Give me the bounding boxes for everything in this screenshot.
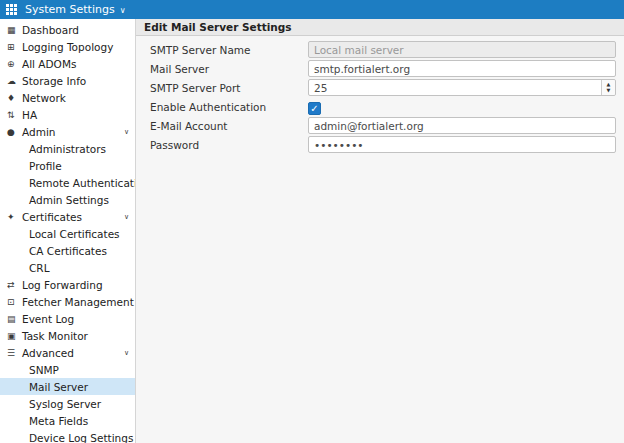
- sidebar-item-label: Storage Info: [22, 75, 86, 87]
- field-label: E-Mail Account: [150, 120, 308, 132]
- main-content: Edit Mail Server Settings SMTP Server Na…: [136, 19, 624, 443]
- sidebar-item-label: Fetcher Management: [22, 296, 134, 308]
- field-control: [308, 41, 616, 58]
- sidebar-item-snmp[interactable]: SNMP: [0, 361, 135, 378]
- sidebar-item-remote-authentication-server[interactable]: Remote Authentication Server: [0, 174, 135, 191]
- email-account-input[interactable]: [308, 117, 616, 134]
- sidebar-item-network[interactable]: ♦Network: [0, 89, 135, 106]
- certificates-icon: ✦: [7, 212, 22, 222]
- sidebar-item-event-log[interactable]: ▤Event Log: [0, 310, 135, 327]
- sidebar-item-label: SNMP: [29, 364, 59, 376]
- sidebar-item-label: Admin: [22, 126, 55, 138]
- field-control: ▲▼: [308, 79, 616, 96]
- sidebar-item-ca-certificates[interactable]: CA Certificates: [0, 242, 135, 259]
- field-control: [308, 60, 616, 77]
- fetcher-management-icon: ⊡: [7, 297, 22, 307]
- field-control: [308, 117, 616, 134]
- sidebar-item-label: HA: [22, 109, 37, 121]
- sidebar-item-fetcher-management[interactable]: ⊡Fetcher Management: [0, 293, 135, 310]
- sidebar: ▦Dashboard⊞Logging Topology⊕All ADOMs☁St…: [0, 19, 136, 443]
- sidebar-item-advanced[interactable]: ☰Advanced∨: [0, 344, 135, 361]
- log-forwarding-icon: ⇄: [7, 280, 22, 290]
- page-title: Edit Mail Server Settings: [136, 19, 624, 36]
- network-icon: ♦: [7, 93, 22, 103]
- sidebar-item-label: Administrators: [29, 143, 106, 155]
- storage-info-icon: ☁: [7, 76, 22, 86]
- enable-authentication-checkbox[interactable]: ✓: [308, 102, 321, 115]
- advanced-icon: ☰: [7, 348, 22, 358]
- sidebar-item-dashboard[interactable]: ▦Dashboard: [0, 21, 135, 38]
- chevron-down-icon: ∨: [124, 128, 129, 136]
- logging-topology-icon: ⊞: [7, 42, 22, 52]
- sidebar-item-crl[interactable]: CRL: [0, 259, 135, 276]
- sidebar-item-label: Syslog Server: [29, 398, 101, 410]
- mail-server-form: SMTP Server NameMail ServerSMTP Server P…: [136, 36, 624, 155]
- sidebar-item-admin-settings[interactable]: Admin Settings: [0, 191, 135, 208]
- all-adoms-icon: ⊕: [7, 59, 22, 69]
- field-label: Enable Authentication: [150, 101, 308, 113]
- field-label: Password: [150, 139, 308, 151]
- sidebar-item-syslog-server[interactable]: Syslog Server: [0, 395, 135, 412]
- sidebar-item-label: Profile: [29, 160, 62, 172]
- apps-grid-icon[interactable]: [6, 4, 17, 15]
- sidebar-item-label: Device Log Settings: [29, 432, 133, 443]
- form-row-password: Password: [150, 136, 616, 153]
- sidebar-item-label: Certificates: [22, 211, 82, 223]
- sidebar-item-label: Meta Fields: [29, 415, 88, 427]
- sidebar-item-admin[interactable]: ●Admin∨: [0, 123, 135, 140]
- sidebar-item-label: Logging Topology: [22, 41, 113, 53]
- field-label: SMTP Server Name: [150, 44, 308, 56]
- layout: ▦Dashboard⊞Logging Topology⊕All ADOMs☁St…: [0, 19, 624, 443]
- form-row-mail-server: Mail Server: [150, 60, 616, 77]
- dashboard-icon: ▦: [7, 25, 22, 35]
- sidebar-item-storage-info[interactable]: ☁Storage Info: [0, 72, 135, 89]
- port-stepper[interactable]: ▲▼: [601, 80, 615, 95]
- sidebar-item-label: Remote Authentication Server: [29, 177, 136, 189]
- sidebar-item-label: Mail Server: [29, 381, 88, 393]
- system-settings-menu[interactable]: System Settings ∨: [25, 3, 126, 16]
- sidebar-item-device-log-settings[interactable]: Device Log Settings: [0, 429, 135, 443]
- sidebar-item-mail-server[interactable]: Mail Server: [0, 378, 135, 395]
- sidebar-item-task-monitor[interactable]: ▣Task Monitor: [0, 327, 135, 344]
- sidebar-item-ha[interactable]: ⇅HA: [0, 106, 135, 123]
- sidebar-item-local-certificates[interactable]: Local Certificates: [0, 225, 135, 242]
- sidebar-item-all-adoms[interactable]: ⊕All ADOMs: [0, 55, 135, 72]
- sidebar-item-meta-fields[interactable]: Meta Fields: [0, 412, 135, 429]
- sidebar-item-log-forwarding[interactable]: ⇄Log Forwarding: [0, 276, 135, 293]
- sidebar-item-logging-topology[interactable]: ⊞Logging Topology: [0, 38, 135, 55]
- sidebar-item-label: Network: [22, 92, 66, 104]
- sidebar-item-label: All ADOMs: [22, 58, 76, 70]
- admin-icon: ●: [7, 127, 22, 137]
- sidebar-item-label: Event Log: [22, 313, 74, 325]
- sidebar-item-profile[interactable]: Profile: [0, 157, 135, 174]
- chevron-down-icon: ∨: [124, 349, 129, 357]
- smtp-server-port-input[interactable]: [308, 79, 616, 96]
- sidebar-item-label: Local Certificates: [29, 228, 120, 240]
- password-input[interactable]: [308, 136, 616, 153]
- sidebar-item-label: CA Certificates: [29, 245, 107, 257]
- sidebar-item-certificates[interactable]: ✦Certificates∨: [0, 208, 135, 225]
- stepper-down-icon[interactable]: ▼: [607, 88, 611, 93]
- field-label: Mail Server: [150, 63, 308, 75]
- topbar: System Settings ∨: [0, 0, 624, 19]
- sidebar-item-label: Admin Settings: [29, 194, 109, 206]
- mail-server-input[interactable]: [308, 60, 616, 77]
- chevron-down-icon: ∨: [124, 213, 129, 221]
- field-control: ✓: [308, 97, 616, 116]
- event-log-icon: ▤: [7, 314, 22, 324]
- field-label: SMTP Server Port: [150, 82, 308, 94]
- form-row-enable-authentication: Enable Authentication✓: [150, 98, 616, 115]
- sidebar-item-label: Task Monitor: [22, 330, 88, 342]
- ha-icon: ⇅: [7, 110, 22, 120]
- form-row-e-mail-account: E-Mail Account: [150, 117, 616, 134]
- sidebar-item-administrators[interactable]: Administrators: [0, 140, 135, 157]
- smtp-server-name-input[interactable]: [308, 41, 616, 58]
- sidebar-item-label: Advanced: [22, 347, 74, 359]
- field-control: [308, 136, 616, 153]
- chevron-down-icon: ∨: [120, 7, 126, 15]
- topbar-title-label: System Settings: [25, 3, 115, 16]
- form-row-smtp-server-name: SMTP Server Name: [150, 41, 616, 58]
- form-row-smtp-server-port: SMTP Server Port▲▼: [150, 79, 616, 96]
- sidebar-item-label: Dashboard: [22, 24, 79, 36]
- task-monitor-icon: ▣: [7, 331, 22, 341]
